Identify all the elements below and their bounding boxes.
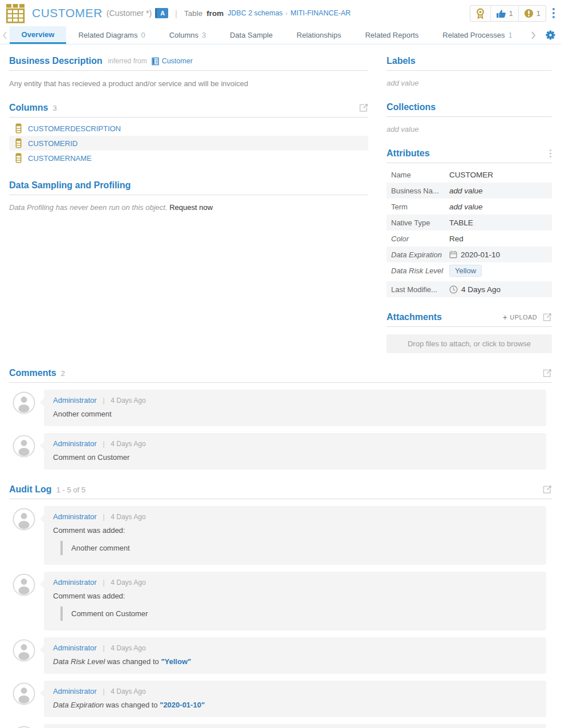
column-name: CUSTOMERNAME	[28, 154, 92, 163]
audit-time: 4 Days Ago	[111, 687, 145, 695]
column-row[interactable]: CUSTOMERNAME	[9, 151, 368, 165]
tab-related-processes[interactable]: Related Processes 1	[430, 26, 524, 44]
audit-log-title: Audit Log	[9, 484, 52, 495]
audit-quote: Another comment	[60, 541, 537, 555]
risk-level-chip[interactable]: Yellow	[449, 265, 482, 277]
header-actions: 1 1	[470, 5, 555, 22]
attr-label: Native Type	[391, 219, 449, 227]
audit-entry: Administrator | 4 Days Ago Color was cha…	[9, 724, 552, 728]
avatar	[13, 573, 35, 596]
endorse-button[interactable]: 1	[491, 6, 519, 21]
attachments-title: Attachments	[387, 312, 442, 322]
comment-card: Administrator | 4 Days Ago Comment on Cu…	[44, 433, 546, 470]
business-description-title: Business Description	[9, 56, 103, 66]
audit-card: Administrator | 4 Days Ago Color was cha…	[44, 724, 546, 728]
attributes-title: Attributes	[387, 148, 430, 159]
attr-row-data-expiration[interactable]: Data Expiration 2020-01-10	[387, 246, 552, 262]
comment-card: Administrator | 4 Days Ago Another comme…	[44, 390, 546, 426]
tab-count: 3	[202, 31, 206, 39]
tab-relationships[interactable]: Relationships	[284, 26, 353, 44]
breadcrumb-schema-link[interactable]: JDBC 2 schemas	[227, 9, 283, 17]
attr-row-data-risk-level[interactable]: Data Risk Level Yellow	[387, 262, 552, 278]
attachment-dropzone[interactable]: Drop files to attach, or click to browse	[387, 334, 552, 353]
tab-label: Relationships	[296, 31, 341, 39]
audit-user-link[interactable]: Administrator	[53, 578, 97, 587]
divider: |	[103, 578, 104, 587]
settings-gear-icon[interactable]	[542, 26, 561, 44]
audit-entry: Administrator | 4 Days Ago Data Expirati…	[9, 681, 552, 717]
audit-user-link[interactable]: Administrator	[53, 687, 97, 695]
tab-data-sample[interactable]: Data Sample	[218, 26, 284, 44]
column-row[interactable]: CUSTOMERID	[9, 136, 368, 151]
certify-button[interactable]	[470, 6, 491, 21]
avatar	[13, 639, 35, 662]
inferred-from-label: inferred from	[108, 57, 147, 65]
audit-card: Administrator | 4 Days Ago Data Risk Lev…	[44, 637, 546, 674]
tab-related-diagrams[interactable]: Related Diagrams 0	[66, 26, 157, 44]
audit-entry: Administrator | 4 Days Ago Comment was a…	[9, 506, 552, 565]
issue-count: 1	[536, 9, 540, 18]
labels-title: Labels	[387, 56, 416, 66]
attributes-kebab-icon[interactable]	[549, 149, 552, 158]
attr-value: 4 Days Ago	[461, 285, 501, 294]
attr-row-term[interactable]: Term add value	[387, 199, 552, 215]
comment-user-link[interactable]: Administrator	[53, 439, 97, 448]
audit-user-link[interactable]: Administrator	[53, 512, 97, 521]
kebab-menu-icon[interactable]	[552, 7, 555, 19]
attr-value-placeholder[interactable]: add value	[449, 203, 483, 211]
request-now-link[interactable]: Request now	[169, 203, 213, 212]
issue-button[interactable]: 1	[519, 6, 546, 21]
tabs-scroll-left[interactable]	[0, 26, 10, 44]
audit-log-range: 1 - 5 of 5	[56, 486, 86, 494]
avatar	[13, 391, 35, 414]
column-row[interactable]: CUSTOMERDESCRIPTION	[9, 121, 368, 136]
inferred-source-name: Customer	[162, 57, 193, 65]
audit-card: Administrator | 4 Days Ago Comment was a…	[44, 572, 546, 630]
collections-title: Collections	[387, 102, 436, 112]
tab-count: 1	[508, 31, 512, 39]
upload-button[interactable]: + UPLOAD	[503, 313, 537, 322]
audit-new-value: "Yellow"	[161, 657, 191, 666]
audit-action: Comment was added:	[53, 526, 537, 535]
tab-label: Related Reports	[365, 31, 418, 39]
expand-icon[interactable]	[543, 369, 552, 378]
audit-log-section: Audit Log 1 - 5 of 5	[9, 484, 552, 728]
attr-label: Data Expiration	[391, 250, 449, 259]
inferred-source-link[interactable]: Customer	[152, 57, 193, 66]
comment-user-link[interactable]: Administrator	[53, 396, 97, 405]
collections-add-value[interactable]: add value	[387, 117, 552, 134]
tab-label: Related Diagrams	[78, 31, 137, 39]
attr-row-color[interactable]: Color Red	[387, 230, 552, 246]
audit-action: Comment was added:	[53, 592, 537, 600]
attr-label: Data Risk Level	[391, 266, 449, 275]
attr-label: Last Modifie...	[391, 285, 449, 294]
expand-icon[interactable]	[543, 485, 552, 494]
award-icon	[475, 8, 485, 19]
endorsement-group: 1 1	[470, 5, 546, 22]
attr-value-placeholder[interactable]: add value	[449, 187, 483, 195]
status-badge[interactable]: A	[155, 8, 168, 18]
attr-row-native-type: Native Type TABLE	[387, 215, 552, 230]
attr-value: 2020-01-10	[461, 250, 500, 259]
tab-related-reports[interactable]: Related Reports	[353, 26, 430, 44]
tab-columns[interactable]: Columns 3	[157, 26, 218, 44]
labels-add-value[interactable]: add value	[387, 71, 552, 87]
breadcrumb-model-link[interactable]: MITI-FINANCE-AR	[291, 9, 351, 17]
audit-card: Administrator | 4 Days Ago Comment was a…	[44, 506, 546, 565]
audit-action: was changed to	[107, 657, 159, 666]
tab-label: Overview	[22, 30, 55, 39]
comment-item: Administrator | 4 Days Ago Comment on Cu…	[9, 433, 552, 470]
audit-action: was changed to	[106, 701, 158, 709]
attr-row-business-name[interactable]: Business Na... add value	[387, 183, 552, 199]
expand-icon[interactable]	[359, 103, 368, 112]
expand-icon[interactable]	[543, 313, 552, 322]
tabs-scroll-right[interactable]	[525, 26, 542, 44]
avatar	[13, 508, 35, 531]
upload-label: UPLOAD	[510, 314, 537, 321]
columns-section: Columns 3	[9, 103, 368, 165]
column-name: CUSTOMERDESCRIPTION	[28, 124, 121, 133]
tab-overview[interactable]: Overview	[10, 26, 67, 44]
table-icon	[5, 3, 26, 24]
audit-user-link[interactable]: Administrator	[53, 644, 97, 652]
clock-icon	[449, 285, 458, 294]
